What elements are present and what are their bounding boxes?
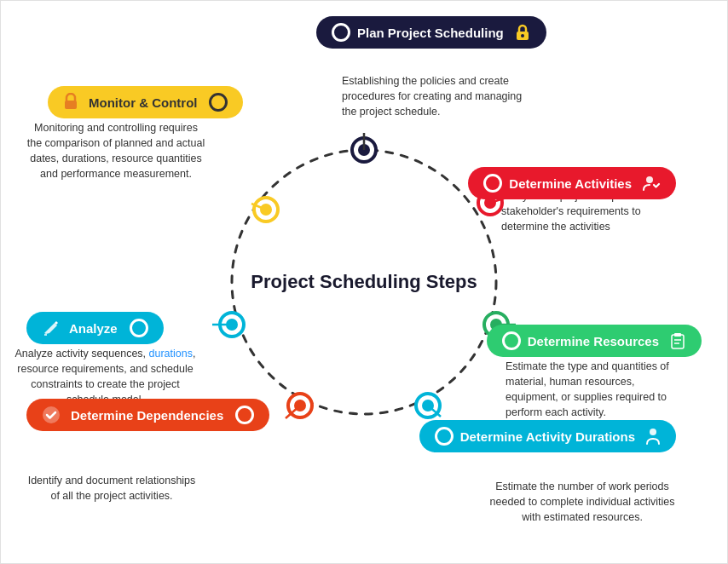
- svg-point-24: [646, 176, 653, 183]
- lock-yellow-icon: [63, 93, 78, 112]
- desc-analyze-text: Analyze activity sequences, durations, r…: [15, 348, 196, 406]
- clipboard-icon: [669, 331, 686, 350]
- pill-durations: Determine Activity Durations: [419, 420, 676, 452]
- pill-resources-circle: [502, 331, 521, 350]
- pill-resources: Determine Resources: [487, 325, 702, 357]
- person-icon: [645, 427, 661, 446]
- desc-monitor-text: Monitoring and controlling requires the …: [27, 122, 205, 180]
- desc-resources: Estimate the type and quantities of mate…: [506, 359, 689, 421]
- pill-dependencies: Determine Dependencies: [26, 399, 269, 431]
- pill-plan-circle: [332, 23, 350, 42]
- svg-point-29: [650, 429, 656, 435]
- pill-plan: Plan Project Scheduling: [316, 16, 546, 49]
- svg-point-23: [521, 34, 524, 37]
- desc-resources-text: Estimate the type and quantities of mate…: [506, 360, 669, 418]
- pill-activities: Determine Activities: [468, 167, 676, 199]
- svg-rect-25: [672, 335, 684, 348]
- pill-durations-label: Determine Activity Durations: [460, 429, 635, 444]
- pill-durations-circle: [435, 427, 454, 446]
- svg-point-0: [232, 150, 496, 414]
- desc-durations-text: Estimate the number of work periods need…: [490, 481, 675, 523]
- pencil-icon: [42, 319, 61, 337]
- pill-monitor-circle: [209, 93, 228, 112]
- svg-point-30: [43, 406, 60, 423]
- pill-monitor: Monitor & Control: [48, 86, 243, 118]
- pill-activities-circle: [483, 174, 502, 193]
- svg-rect-26: [674, 333, 681, 337]
- pill-monitor-label: Monitor & Control: [89, 95, 197, 110]
- desc-dependencies: Identify and document relationships of a…: [22, 473, 201, 504]
- pill-resources-label: Determine Resources: [528, 334, 659, 348]
- pill-activities-label: Determine Activities: [509, 176, 632, 191]
- pill-analyze: Analyze: [26, 312, 164, 344]
- diagram-container: Project Scheduling Steps Plan Project Sc…: [0, 0, 728, 564]
- pill-analyze-circle: [130, 319, 148, 337]
- desc-durations: Estimate the number of work periods need…: [484, 479, 680, 525]
- pill-dependencies-circle: [235, 406, 254, 424]
- person-check-icon: [642, 174, 661, 193]
- lock-icon: [514, 23, 531, 42]
- pill-analyze-label: Analyze: [69, 321, 118, 336]
- pill-dependencies-label: Determine Dependencies: [71, 408, 223, 423]
- desc-monitor: Monitoring and controlling requires the …: [26, 120, 205, 182]
- desc-plan-text: Establishing the policies and create pro…: [342, 75, 522, 118]
- svg-rect-32: [65, 101, 77, 109]
- desc-plan: Establishing the policies and create pro…: [342, 73, 529, 119]
- desc-dependencies-text: Identify and document relationships of a…: [28, 475, 196, 502]
- pill-plan-label: Plan Project Scheduling: [357, 26, 504, 40]
- checkmark-icon: [42, 406, 61, 424]
